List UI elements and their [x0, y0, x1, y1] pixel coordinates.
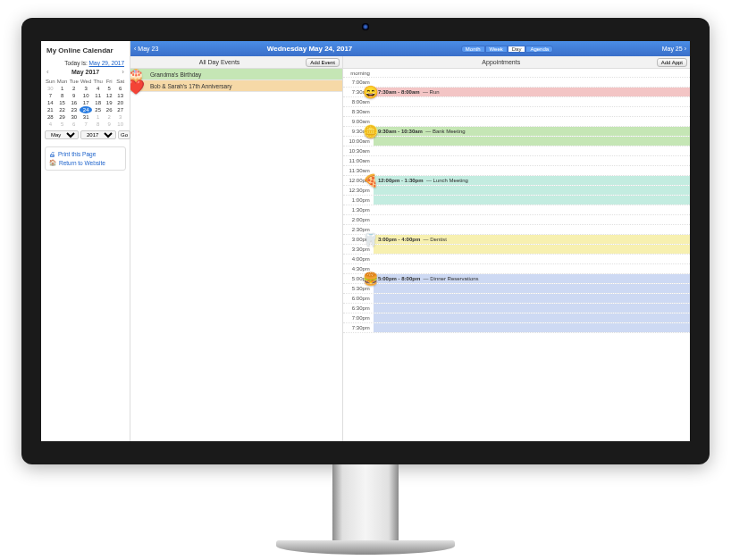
year-select[interactable]: 2017 — [80, 130, 116, 139]
mini-day-19[interactable]: 19 — [104, 99, 114, 106]
time-label: 4:00pm — [343, 256, 374, 262]
mini-day-9[interactable]: 9 — [68, 92, 80, 99]
mini-day-31[interactable]: 31 — [80, 113, 92, 121]
mini-day-27[interactable]: 27 — [114, 106, 126, 113]
appt-text: 5:00pm - 8:00pm — Dinner Reservations — [378, 276, 479, 281]
mini-day-10[interactable]: 10 — [80, 92, 92, 99]
mini-day-6[interactable]: 6 — [114, 85, 126, 92]
today-line: Today is: May 29, 2017 — [45, 60, 126, 66]
mini-day-18[interactable]: 18 — [92, 99, 104, 106]
dow-sun: Sun — [45, 78, 56, 85]
next-day-link[interactable]: May 25 › — [662, 46, 686, 52]
sidebar: My Online Calendar Today is: May 29, 201… — [41, 41, 130, 441]
time-row: 8:30am — [343, 107, 690, 117]
mini-day-24[interactable]: 24 — [80, 106, 92, 113]
mini-day-30[interactable]: 30 — [68, 113, 80, 121]
mini-day-15[interactable]: 15 — [56, 99, 69, 106]
mini-day-10[interactable]: 10 — [114, 121, 126, 128]
next-month-arrow[interactable]: › — [122, 68, 124, 76]
prev-day-link[interactable]: ‹ May 23 — [134, 46, 158, 52]
page-title: Wednesday May 24, 2017 — [267, 45, 352, 53]
month-select[interactable]: May — [45, 130, 79, 139]
mini-day-6[interactable]: 6 — [68, 121, 80, 128]
mini-day-1[interactable]: 1 — [92, 113, 104, 121]
appt-text: 3:00pm - 4:00pm — Dentist — [378, 237, 447, 242]
return-website-link[interactable]: 🏠 Return to Website — [49, 158, 122, 167]
appt-text: 7:30am - 8:00am — Run — [378, 89, 440, 95]
mini-day-8[interactable]: 8 — [56, 92, 69, 99]
mini-day-22[interactable]: 22 — [56, 106, 69, 113]
print-page-link[interactable]: 🖨 Print this Page — [49, 150, 122, 158]
time-slot[interactable]: 12:00pm - 1:30pm — Lunch Meeting🍕 — [374, 176, 690, 185]
mini-day-11[interactable]: 11 — [92, 92, 104, 99]
today-date-link[interactable]: May 29, 2017 — [89, 60, 124, 66]
mini-day-2[interactable]: 2 — [104, 113, 114, 121]
mini-day-16[interactable]: 16 — [68, 99, 80, 106]
mini-day-3[interactable]: 3 — [114, 113, 126, 121]
mini-day-5[interactable]: 5 — [56, 121, 69, 128]
mini-day-4[interactable]: 4 — [45, 121, 56, 128]
allday-event[interactable]: Bob & Sarah's 17th Anniversary❤️ — [130, 80, 342, 92]
time-label: 9:30am — [343, 129, 374, 134]
time-row: 3:00pm3:00pm - 4:00pm — Dentist🦷 — [343, 235, 690, 245]
time-row: 11:00am — [343, 156, 690, 166]
go-button[interactable]: Go — [118, 130, 130, 139]
mini-day-25[interactable]: 25 — [92, 106, 104, 113]
time-slot[interactable] — [374, 284, 690, 293]
tab-day[interactable]: Day — [508, 46, 526, 53]
mini-day-7[interactable]: 7 — [80, 121, 92, 128]
add-appt-button[interactable]: Add Appt — [657, 58, 687, 67]
time-row: 2:30pm — [343, 225, 690, 235]
time-label: 11:30am — [343, 168, 374, 173]
time-slot[interactable]: 7:30am - 8:00am — Run😄 — [374, 88, 690, 96]
add-event-button[interactable]: Add Event — [306, 58, 340, 67]
mini-day-3[interactable]: 3 — [80, 85, 92, 92]
mini-day-14[interactable]: 14 — [45, 99, 56, 106]
time-row: 4:30pm — [343, 264, 690, 274]
time-slot[interactable] — [374, 294, 690, 303]
mini-day-12[interactable]: 12 — [104, 92, 114, 99]
dow-mon: Mon — [56, 78, 69, 85]
time-row: 6:00pm — [343, 294, 690, 304]
mini-day-23[interactable]: 23 — [68, 106, 80, 113]
mini-day-4[interactable]: 4 — [92, 85, 104, 92]
time-slot[interactable]: 9:30am - 10:30am — Bank Meeting🪙 — [374, 127, 690, 136]
time-label: 3:00pm — [343, 237, 374, 242]
time-slot[interactable]: 3:00pm - 4:00pm — Dentist🦷 — [374, 235, 690, 244]
topbar: ‹ May 23 Wednesday May 24, 2017 MonthWee… — [130, 41, 690, 56]
time-row: 7:30pm — [343, 323, 690, 333]
time-slot[interactable] — [374, 186, 690, 195]
time-slot[interactable] — [374, 304, 690, 313]
mini-day-5[interactable]: 5 — [104, 85, 114, 92]
allday-event[interactable]: Grandma's Birthday🎂 — [130, 69, 342, 80]
tab-month[interactable]: Month — [461, 46, 485, 53]
time-slot[interactable]: 5:00pm - 8:00pm — Dinner Reservations🍔 — [374, 274, 690, 283]
mini-day-30[interactable]: 30 — [45, 85, 56, 92]
mini-day-8[interactable]: 8 — [92, 121, 104, 128]
mini-day-29[interactable]: 29 — [56, 113, 69, 121]
mini-selects: May 2017 Go — [45, 130, 126, 139]
mini-day-17[interactable]: 17 — [80, 99, 92, 106]
time-row: 9:30am9:30am - 10:30am — Bank Meeting🪙 — [343, 127, 690, 137]
mini-day-20[interactable]: 20 — [114, 99, 126, 106]
appt-text: 9:30am - 10:30am — Bank Meeting — [378, 129, 466, 134]
time-slot[interactable] — [374, 323, 690, 332]
time-slot[interactable] — [374, 196, 690, 205]
mini-day-1[interactable]: 1 — [56, 85, 69, 92]
mini-day-2[interactable]: 2 — [68, 85, 80, 92]
prev-month-arrow[interactable]: ‹ — [46, 68, 49, 76]
dow-tue: Tue — [68, 78, 80, 85]
time-slot[interactable] — [374, 137, 690, 146]
tab-week[interactable]: Week — [485, 46, 508, 53]
time-slot[interactable] — [374, 313, 690, 322]
time-row: 7:00pm — [343, 313, 690, 323]
mini-day-21[interactable]: 21 — [45, 106, 56, 113]
mini-day-7[interactable]: 7 — [45, 92, 56, 99]
tab-agenda[interactable]: Agenda — [525, 46, 553, 53]
time-slot[interactable] — [374, 245, 690, 254]
time-row: 1:00pm — [343, 196, 690, 205]
mini-day-13[interactable]: 13 — [114, 92, 126, 99]
mini-day-28[interactable]: 28 — [45, 113, 56, 121]
mini-day-9[interactable]: 9 — [104, 121, 114, 128]
mini-day-26[interactable]: 26 — [104, 106, 114, 113]
